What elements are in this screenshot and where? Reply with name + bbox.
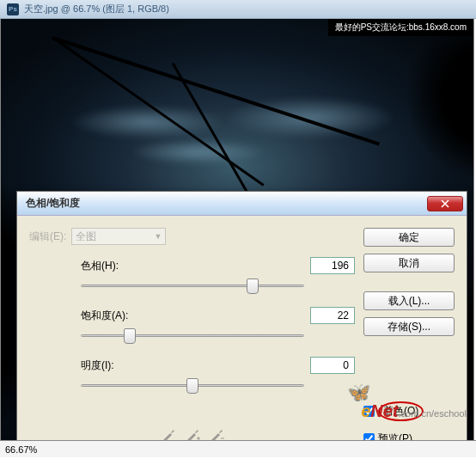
hue-input[interactable]	[310, 257, 355, 274]
tab-title: 天空.jpg @ 66.7% (图层 1, RGB/8)	[24, 3, 169, 15]
saturation-slider[interactable]	[81, 329, 304, 343]
preview-label: 预览(P)	[378, 431, 412, 440]
dialog-title: 色相/饱和度	[26, 196, 80, 211]
close-button[interactable]	[427, 196, 463, 211]
ok-button[interactable]: 确定	[363, 228, 455, 247]
preview-checkbox[interactable]	[363, 433, 375, 440]
hue-slider[interactable]	[81, 279, 304, 293]
ps-icon: Ps	[7, 3, 19, 15]
eyedropper-icon[interactable]	[161, 427, 176, 440]
chevron-down-icon: ▼	[154, 232, 162, 241]
cancel-button[interactable]: 取消	[363, 254, 455, 272]
load-button[interactable]: 载入(L)...	[363, 291, 455, 310]
save-button[interactable]: 存储(S)...	[363, 317, 455, 336]
watermark-logo: eNet.com.cn/eschool	[361, 401, 467, 421]
lightness-slider[interactable]	[81, 379, 304, 393]
lightness-label: 明度(I):	[81, 358, 158, 373]
status-bar: 66.67%	[0, 440, 476, 457]
document-tab[interactable]: Ps 天空.jpg @ 66.7% (图层 1, RGB/8)	[0, 0, 476, 19]
eyedropper-plus-icon[interactable]	[185, 427, 200, 440]
saturation-input[interactable]	[310, 307, 355, 324]
hue-label: 色相(H):	[81, 259, 158, 273]
zoom-level[interactable]: 66.67%	[5, 444, 37, 455]
lightness-input[interactable]	[310, 357, 355, 374]
edit-dropdown[interactable]: 全图 ▼	[71, 228, 166, 245]
edit-dropdown-value: 全图	[76, 230, 96, 244]
saturation-label: 饱和度(A):	[81, 309, 158, 323]
canvas: 最好的PS交流论坛:bbs.16xx8.com 色相/饱和度 编辑(E): 全图…	[0, 19, 474, 440]
dialog-titlebar[interactable]: 色相/饱和度	[17, 192, 467, 216]
watermark-top: 最好的PS交流论坛:bbs.16xx8.com	[328, 19, 473, 36]
eyedropper-minus-icon[interactable]	[209, 427, 224, 440]
edit-label: 编辑(E):	[29, 230, 66, 244]
